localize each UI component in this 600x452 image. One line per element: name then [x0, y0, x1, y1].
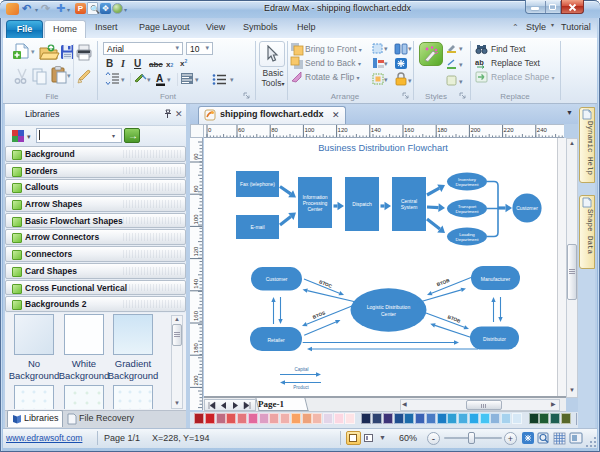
svg-text:160: 160: [193, 310, 199, 321]
svg-text:100: 100: [304, 127, 315, 133]
svg-text:Customer: Customer: [266, 276, 288, 282]
svg-text:BTOS: BTOS: [312, 310, 326, 319]
svg-text:▾: ▾: [195, 76, 199, 83]
svg-text:Center: Center: [307, 206, 322, 212]
svg-text:▾: ▾: [459, 78, 463, 85]
svg-text:▾: ▾: [27, 133, 31, 140]
svg-text:240: 240: [537, 127, 548, 133]
svg-text:Customer: Customer: [516, 205, 538, 211]
svg-text:Dispatch: Dispatch: [352, 201, 372, 207]
svg-text:60: 60: [238, 127, 245, 133]
svg-text:▾: ▾: [459, 45, 463, 52]
svg-text:200: 200: [470, 127, 481, 133]
svg-text:Inventory: Inventory: [458, 177, 477, 182]
svg-text:E-mail: E-mail: [250, 224, 264, 230]
svg-text:Business Distribution Flowchar: Business Distribution Flowchart: [318, 143, 448, 153]
svg-text:Distributor: Distributor: [483, 336, 506, 342]
svg-text:Fax (telephone): Fax (telephone): [240, 181, 275, 187]
svg-text:220: 220: [504, 127, 515, 133]
svg-text:BTOB: BTOB: [447, 314, 462, 324]
svg-text:▾: ▾: [67, 72, 71, 79]
svg-text:Manufacturer: Manufacturer: [481, 276, 511, 282]
svg-text:100: 100: [193, 214, 199, 225]
svg-text:Loading: Loading: [459, 232, 475, 237]
svg-text:140: 140: [371, 127, 382, 133]
svg-text:Center: Center: [381, 311, 396, 317]
svg-text:Department: Department: [456, 237, 480, 242]
svg-text:▾: ▾: [121, 76, 125, 83]
svg-text:Department: Department: [456, 209, 480, 214]
svg-text:Department: Department: [456, 182, 480, 187]
svg-text:120: 120: [193, 246, 199, 257]
svg-text:▾: ▾: [408, 77, 412, 84]
svg-text:▾: ▾: [230, 76, 234, 83]
svg-text:Product: Product: [293, 385, 309, 390]
svg-text:80: 80: [193, 185, 199, 192]
svg-text:160: 160: [404, 127, 415, 133]
svg-text:A: A: [156, 73, 163, 84]
svg-text:0: 0: [208, 127, 212, 133]
svg-text:120: 120: [338, 127, 349, 133]
svg-text:Transport: Transport: [458, 204, 477, 209]
svg-text:▾: ▾: [147, 76, 151, 83]
svg-text:180: 180: [193, 343, 199, 354]
svg-text:▾: ▾: [31, 48, 35, 55]
svg-text:140: 140: [193, 278, 199, 289]
svg-text:▾: ▾: [384, 60, 388, 67]
svg-text:▾: ▾: [167, 76, 171, 83]
svg-text:▾: ▾: [384, 76, 388, 83]
svg-text:Retailer: Retailer: [267, 337, 285, 343]
svg-text:Capital: Capital: [294, 367, 308, 372]
svg-text:200: 200: [193, 375, 199, 386]
svg-text:▾: ▾: [408, 45, 412, 52]
svg-text:Logistic Distribution: Logistic Distribution: [367, 304, 411, 310]
svg-text:▾: ▾: [459, 61, 463, 68]
svg-text:System: System: [401, 204, 418, 210]
svg-text:▾: ▾: [384, 45, 388, 52]
svg-text:80: 80: [271, 127, 278, 133]
svg-text:180: 180: [437, 127, 448, 133]
